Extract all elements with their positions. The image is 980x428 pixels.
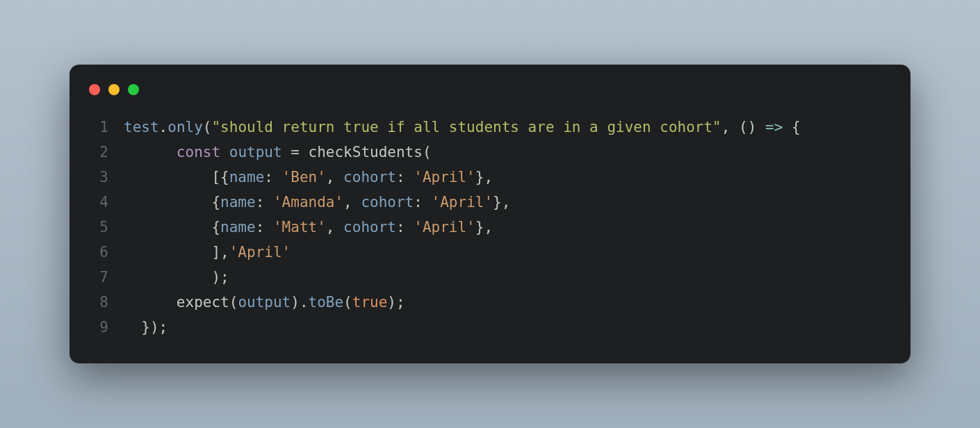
line-content: test.only("should return true if all stu… <box>124 115 801 140</box>
line-number: 7 <box>85 265 108 290</box>
code-token: : <box>396 219 414 236</box>
line-content: const output = checkStudents( <box>124 140 432 165</box>
code-token: ( <box>343 294 352 311</box>
code-token: , () <box>721 119 765 135</box>
code-token: [{ <box>124 169 229 186</box>
line-number: 2 <box>85 140 108 165</box>
code-token: }, <box>475 219 493 236</box>
code-token: : <box>396 169 414 186</box>
code-token: 'Matt' <box>273 219 326 236</box>
code-token: ); <box>387 294 405 311</box>
code-token: true <box>352 294 388 311</box>
line-content: {name: 'Amanda', cohort: 'April'}, <box>124 190 510 215</box>
code-token: 'Amanda' <box>273 194 343 211</box>
line-content: expect(output).toBe(true); <box>124 290 405 315</box>
code-line[interactable]: 7 ); <box>85 265 895 290</box>
code-token: ); <box>124 269 229 286</box>
line-number: 1 <box>85 115 108 140</box>
code-token: only <box>168 119 203 135</box>
code-token: cohort <box>361 194 414 211</box>
code-line[interactable]: 9 }); <box>85 315 895 340</box>
code-token: 'April' <box>229 244 291 261</box>
code-line[interactable]: 4 {name: 'Amanda', cohort: 'April'}, <box>85 190 895 215</box>
code-token: { <box>124 219 220 236</box>
code-token: const <box>177 144 220 160</box>
close-icon[interactable] <box>89 84 100 95</box>
line-number: 3 <box>85 165 108 190</box>
code-token: 'Ben' <box>282 169 326 186</box>
minimize-icon[interactable] <box>108 84 120 95</box>
code-token: , <box>326 219 343 236</box>
code-token: = checkStudents( <box>282 144 432 160</box>
line-content: {name: 'Matt', cohort: 'April'}, <box>124 215 493 240</box>
code-token: "should return true if all students are … <box>211 119 721 135</box>
code-token: ], <box>124 244 229 261</box>
line-number: 8 <box>85 290 108 315</box>
code-token: , <box>343 194 361 211</box>
line-number: 9 <box>85 315 108 340</box>
code-token: name <box>220 219 256 236</box>
code-token: }); <box>124 319 168 336</box>
code-token: expect( <box>124 294 238 311</box>
code-token: output <box>229 144 282 160</box>
line-content: ); <box>124 265 229 290</box>
code-token: }, <box>475 169 493 186</box>
code-window: 1test.only("should return true if all st… <box>70 65 910 363</box>
code-token: output <box>238 294 291 311</box>
code-token: { <box>783 119 800 135</box>
code-token: { <box>124 194 220 211</box>
code-line[interactable]: 6 ],'April' <box>85 240 895 265</box>
code-line[interactable]: 3 [{name: 'Ben', cohort: 'April'}, <box>85 165 895 190</box>
line-content: ],'April' <box>124 240 291 265</box>
code-token: test <box>124 119 159 135</box>
code-token: : <box>264 169 281 186</box>
code-token: toBe <box>309 294 344 311</box>
code-token: cohort <box>343 219 396 236</box>
code-token: cohort <box>343 169 396 186</box>
line-content: [{name: 'Ben', cohort: 'April'}, <box>124 165 493 190</box>
code-token: . <box>159 119 168 135</box>
code-token: 'April' <box>414 169 475 186</box>
code-token: name <box>229 169 265 186</box>
code-editor[interactable]: 1test.only("should return true if all st… <box>85 115 895 340</box>
code-token: ( <box>203 119 212 135</box>
code-token: name <box>220 194 256 211</box>
code-line[interactable]: 5 {name: 'Matt', cohort: 'April'}, <box>85 215 895 240</box>
code-line[interactable]: 1test.only("should return true if all st… <box>85 115 895 140</box>
window-titlebar <box>85 84 895 115</box>
code-token: : <box>414 194 431 211</box>
code-token: : <box>256 219 273 236</box>
zoom-icon[interactable] <box>128 84 139 95</box>
code-token: 'April' <box>432 194 493 211</box>
line-number: 5 <box>85 215 108 240</box>
code-token: ). <box>291 294 308 311</box>
line-number: 6 <box>85 240 108 265</box>
code-line[interactable]: 8 expect(output).toBe(true); <box>85 290 895 315</box>
code-token: => <box>765 119 783 135</box>
code-token: : <box>256 194 273 211</box>
code-token: 'April' <box>414 219 475 236</box>
line-number: 4 <box>85 190 108 215</box>
code-token <box>220 144 229 160</box>
code-line[interactable]: 2 const output = checkStudents( <box>85 140 895 165</box>
code-token: , <box>326 169 343 186</box>
code-token: }, <box>493 194 510 211</box>
code-token <box>124 144 177 160</box>
line-content: }); <box>124 315 168 340</box>
